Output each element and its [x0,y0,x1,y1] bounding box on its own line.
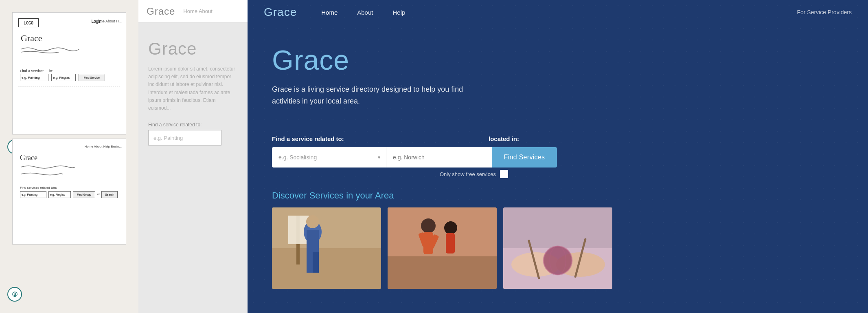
final-logo: Grace [264,6,297,19]
wireframe-hero-title: Grace [148,39,238,59]
nav-link-home[interactable]: Home [321,9,338,16]
painting-image [272,207,381,289]
service-select-wrapper[interactable]: e.g. Socialising ▾ [272,147,386,168]
svg-point-15 [444,221,457,234]
final-panel: Grace Home About Help For Service Provid… [248,0,868,313]
sketch-nav: Home About H... [95,19,122,23]
wireframe-nav: Grace Home About [138,0,248,23]
final-hero: Grace Grace is a living service director… [248,24,868,135]
sketch-bottom-nav: Home About Help Busin... [84,145,122,148]
card-painting[interactable] [272,207,381,289]
service-select[interactable]: e.g. Socialising [272,147,386,168]
sketch-find-in-2: in: [53,186,57,190]
label-located: located in: [489,135,519,142]
wireframe-panel: Grace Home About Grace Lorem ipsum dolor… [138,0,248,313]
find-services-button[interactable]: Find Services [492,147,557,168]
wireframe-logo: Grace [147,6,175,17]
sketch-1: LOGO Login Home About H... Grace Find a … [12,12,126,134]
final-nav: Grace Home About Help For Service Provid… [248,0,868,24]
free-services-label: Only show free services [440,171,496,177]
dance-image [388,207,497,289]
sketch-find-label-2: Find services related to: [20,186,55,190]
sketch-input-painting: e.g. Painting [20,74,48,81]
svg-rect-7 [307,252,313,273]
sketch-find-btn: Find Service [79,74,105,81]
sketch-squiggle-3 [20,164,77,170]
location-input[interactable] [386,147,492,168]
sketch-dashed-line [18,86,120,86]
nav-link-help[interactable]: Help [392,9,405,16]
final-hero-subtitle: Grace is a living service directory desi… [272,84,467,107]
svg-rect-6 [307,230,319,254]
svg-rect-10 [388,256,497,289]
free-services-row: Only show free services [248,168,533,178]
discover-cards [272,207,844,289]
wireframe-input: e.g. Painting [148,130,221,145]
circle-number-3: ③ [7,287,22,302]
sketch-input-finglas-2: e.g. Finglas [48,191,71,198]
svg-rect-16 [446,233,455,253]
svg-rect-8 [313,252,319,273]
sketch-squiggle-2 [20,50,61,54]
final-nav-links: Home About Help [321,9,797,16]
card-knit[interactable] [503,207,612,289]
wireframe-hero: Grace Lorem ipsum dolor sit amet, consec… [138,23,248,154]
sketch-find-in: in: [49,69,53,73]
sketch-logo-box: LOGO [18,18,39,27]
sketch-grace-title: Grace [21,33,42,44]
knitting-image [503,207,612,289]
nav-link-about[interactable]: About [357,9,373,16]
discover-title: Discover Services in your Area [272,190,844,201]
sketch-grace-title-2: Grace [20,154,37,162]
free-services-checkbox[interactable] [500,170,508,178]
sketch-search-btn: Search [101,191,118,198]
wireframe-nav-links: Home About [183,8,213,14]
search-inputs: e.g. Socialising ▾ Find Services [272,147,844,168]
card-dance[interactable] [388,207,497,289]
svg-rect-1 [272,248,381,289]
search-labels: Find a service related to: located in: [272,135,844,142]
sketch-or: or [97,193,100,196]
sketch-input-painting-2: e.g. Painting [20,191,46,198]
sketch-squiggle-4 [20,172,65,176]
wireframe-find-label: Find a service related to: [148,122,238,128]
discover-section: Discover Services in your Area [248,178,868,289]
svg-point-5 [306,215,319,228]
sketches-panel: LOGO Login Home About H... Grace Find a … [0,0,138,313]
final-hero-title: Grace [272,45,844,75]
svg-point-11 [421,218,436,233]
search-form: Find a service related to: located in: e… [248,135,868,168]
wireframe-lorem: Lorem ipsum dolor sit amet, consectetur … [148,65,238,112]
sketch-find-group: Find Group [73,191,95,198]
sketch-input-finglas: e.g. Finglas [51,74,76,81]
sketch-find-label: Find a service: [20,69,44,73]
nav-service-providers[interactable]: For Service Providers [797,9,852,15]
sketch-2: Home About Help Busin... Grace Find serv… [12,139,126,245]
label-related: Find a service related to: [272,135,386,142]
